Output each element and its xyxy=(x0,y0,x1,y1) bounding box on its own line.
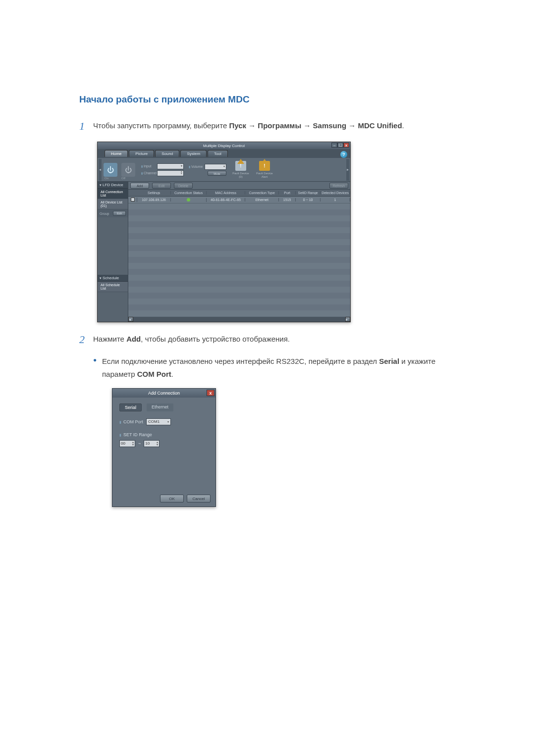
th-detected-devices[interactable]: Detected Devices xyxy=(321,191,350,195)
channel-stepper[interactable]: ▴▾ xyxy=(157,170,184,176)
step-2: 2 Нажмите Add, чтобы добавить устройство… xyxy=(79,333,456,346)
action-bar: Add Edit Delete Refresh xyxy=(128,182,350,190)
b1-end: . xyxy=(171,370,173,378)
sidebar: LFD Device All Connection List All Devic… xyxy=(98,182,128,322)
fault-device-label: Fault Device (0) xyxy=(230,172,251,178)
fault-alert-label: Fault Device Alert xyxy=(254,172,275,178)
mute-button[interactable]: Mute xyxy=(208,171,226,176)
row-checkbox[interactable] xyxy=(131,198,135,202)
sidebar-schedule[interactable]: Schedule xyxy=(98,275,128,282)
scroll-right-icon[interactable]: ▸ xyxy=(345,317,350,322)
step-1-text: Чтобы запустить программу, выберите Пуск… xyxy=(93,120,404,132)
bullet-1: ● Если подключение установлено через инт… xyxy=(93,355,456,381)
table-empty-area xyxy=(128,203,350,317)
refresh-button[interactable]: Refresh xyxy=(329,183,348,189)
cell-range: 0 ~ 10 xyxy=(296,198,321,202)
th-settings[interactable]: Settings xyxy=(137,191,171,195)
path-mdc: MDC Unified xyxy=(358,121,402,130)
sidebar-all-schedule-list[interactable]: All Schedule List xyxy=(98,282,128,292)
th-setid-range[interactable]: SetID Range xyxy=(296,191,321,195)
power-off-icon[interactable]: ⏻ xyxy=(121,163,135,177)
volume-label: Volume xyxy=(189,165,204,168)
cell-detected: 1 xyxy=(321,198,350,202)
path-start: Пуск xyxy=(229,121,246,130)
th-port[interactable]: Port xyxy=(279,191,296,195)
menu-picture[interactable]: Picture xyxy=(129,150,154,157)
channel-label: Channel xyxy=(141,171,156,175)
b1-comport: COM Port xyxy=(137,370,171,378)
edit-button[interactable]: Edit xyxy=(152,183,171,189)
app-window: Multiple Display Control – ☐ x ? Home Pi… xyxy=(97,142,351,322)
on-label: On xyxy=(105,177,108,180)
minimize-button[interactable]: – xyxy=(331,143,337,148)
menu-system[interactable]: System xyxy=(180,150,207,157)
path-samsung: Samsung xyxy=(313,121,347,130)
sidebar-all-connection-list[interactable]: All Connection List xyxy=(98,189,128,199)
table-row[interactable]: 107.108.89.126 40-61-86-4E-FC-65 Etherne… xyxy=(128,197,350,203)
range-low-stepper[interactable]: 00 ▴▾ xyxy=(119,440,135,447)
cell-status xyxy=(171,198,207,202)
step-number: 1 xyxy=(79,120,93,133)
ribbon: ◂ ⏻ ⏻ On Off Input ▾ Channel ▴▾ Volume xyxy=(98,158,350,182)
cell-settings: 107.108.89.126 xyxy=(137,198,171,202)
help-icon[interactable]: ? xyxy=(340,151,347,158)
th-mac-address[interactable]: MAC Address xyxy=(207,191,245,195)
range-high-stepper[interactable]: 10 ▴▾ xyxy=(144,440,160,447)
step-number: 2 xyxy=(79,333,93,346)
cell-type: Ethernet xyxy=(245,198,279,202)
tab-serial[interactable]: Serial xyxy=(119,403,142,411)
section-title: Начало работы с приложением MDC xyxy=(79,94,456,105)
fault-device-icon[interactable]: ! xyxy=(235,161,246,171)
table-header: Settings Connection Status MAC Address C… xyxy=(128,190,350,197)
ribbon-next-icon[interactable]: ▸ xyxy=(346,159,349,181)
status-dot-icon xyxy=(187,198,190,202)
bullet-dot-icon: ● xyxy=(93,355,102,381)
volume-field[interactable]: ▾ xyxy=(205,164,226,170)
step2-post: , чтобы добавить устройство отображения. xyxy=(141,335,290,343)
sidebar-group-row: Group Edit xyxy=(98,209,128,217)
maximize-button[interactable]: ☐ xyxy=(337,143,343,148)
sidebar-all-device-list[interactable]: All Device List (01) xyxy=(98,199,128,209)
step1-pre: Чтобы запустить программу, выберите xyxy=(93,121,229,130)
step-2-text: Нажмите Add, чтобы добавить устройство о… xyxy=(93,333,290,345)
th-connection-status[interactable]: Connection Status xyxy=(171,191,207,195)
fault-alert-icon[interactable]: ! xyxy=(259,161,270,171)
off-label: Off xyxy=(121,177,125,180)
dialog-title-text: Add Connection xyxy=(148,391,180,396)
comport-label: COM Port xyxy=(119,419,143,424)
menu-strip: Home Picture Sound System Tool xyxy=(98,149,350,158)
step2-pre: Нажмите xyxy=(93,335,126,343)
menu-sound[interactable]: Sound xyxy=(155,150,179,157)
menu-tool[interactable]: Tool xyxy=(208,150,228,157)
tab-ethernet[interactable]: Ethernet xyxy=(147,403,173,411)
menu-home[interactable]: Home xyxy=(105,150,128,157)
horizontal-scrollbar[interactable]: ◂ ▸ xyxy=(128,317,350,322)
titlebar: Multiple Display Control – ☐ x xyxy=(98,142,350,149)
add-button[interactable]: Add xyxy=(130,183,149,189)
ok-button[interactable]: OK xyxy=(160,495,184,503)
sidebar-group-edit-button[interactable]: Edit xyxy=(113,211,126,216)
step2-bold: Add xyxy=(126,335,141,343)
bullet-1-text: Если подключение установлено через интер… xyxy=(102,355,456,381)
dialog-close-button[interactable]: x xyxy=(207,390,214,396)
cell-port: 1515 xyxy=(279,198,296,202)
stepper-icon: ▴▾ xyxy=(157,441,158,446)
input-dropdown[interactable]: ▾ xyxy=(157,163,184,169)
input-label: Input xyxy=(141,164,156,168)
sidebar-lfd-device[interactable]: LFD Device xyxy=(98,182,128,189)
main-panel: Add Edit Delete Refresh Settings Connect… xyxy=(128,182,350,322)
stepper-icon: ▴▾ xyxy=(132,441,134,446)
setid-range-label: SET ID Range xyxy=(119,432,209,437)
delete-button[interactable]: Delete xyxy=(174,183,193,189)
range-low-value: 00 xyxy=(121,441,125,446)
cancel-button[interactable]: Cancel xyxy=(187,495,211,503)
power-on-icon[interactable]: ⏻ xyxy=(104,163,117,177)
add-connection-dialog: Add Connection x Serial Ethernet COM Por… xyxy=(112,388,216,507)
th-connection-type[interactable]: Connection Type xyxy=(245,191,279,195)
b1-serial: Serial xyxy=(379,357,399,365)
range-high-value: 10 xyxy=(145,441,150,446)
comport-select[interactable]: COM1 ▾ xyxy=(146,418,171,425)
close-button[interactable]: x xyxy=(343,143,349,148)
scroll-left-icon[interactable]: ◂ xyxy=(128,317,133,322)
path-programs: Программы xyxy=(258,121,301,130)
